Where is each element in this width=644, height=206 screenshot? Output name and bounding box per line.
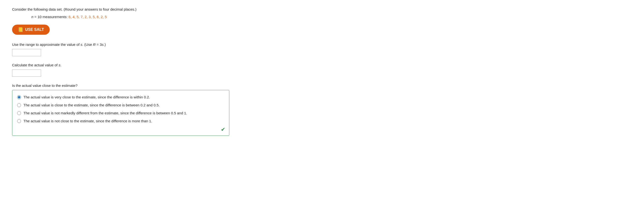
option-1-label[interactable]: The actual value is very close to the es… (24, 95, 150, 99)
option-4[interactable]: The actual value is not close to the est… (16, 117, 225, 125)
question2-label: Calculate the actual value of s. (12, 63, 632, 67)
radio-option-3[interactable] (17, 111, 21, 115)
options-box: The actual value is very close to the es… (12, 90, 229, 136)
range-approximation-input[interactable] (12, 49, 41, 56)
salt-icon: 📒 (18, 27, 23, 32)
option-4-label[interactable]: The actual value is not close to the est… (24, 119, 152, 123)
use-salt-button[interactable]: 📒 USE SALT (12, 25, 50, 35)
intro-text: Consider the following data set. (Round … (12, 7, 632, 11)
measurement-values: 6, 4, 5, 7, 2, 3, 5, 6, 2, 5 (68, 15, 107, 19)
option-2-label[interactable]: The actual value is close to the estimat… (24, 103, 160, 107)
option-1[interactable]: The actual value is very close to the es… (16, 93, 225, 101)
radio-option-4[interactable] (17, 119, 21, 123)
s-var-3: s (59, 63, 60, 67)
n-var: n (32, 15, 33, 19)
option-3[interactable]: The actual value is not markedly differe… (16, 109, 225, 117)
option-2[interactable]: The actual value is close to the estimat… (16, 101, 225, 109)
r-var: R (93, 42, 96, 46)
s-var-2: s (102, 42, 104, 46)
radio-option-1[interactable] (17, 95, 21, 99)
radio-option-2[interactable] (17, 103, 21, 107)
correct-checkmark: ✔ (221, 126, 225, 133)
actual-value-input[interactable] (12, 69, 41, 77)
question1-label: Use the range to approximate the value o… (12, 42, 632, 46)
question3-label: Is the actual value close to the estimat… (12, 83, 632, 88)
checkmark-area: ✔ (16, 126, 225, 133)
option-3-label[interactable]: The actual value is not markedly differe… (24, 111, 187, 115)
measurements-line: n = 10 measurements: 6, 4, 5, 7, 2, 3, 5… (32, 15, 632, 19)
s-var-1: s (80, 42, 82, 46)
use-salt-label: USE SALT (25, 27, 44, 32)
equals-text: = 10 measurements: (34, 15, 68, 19)
